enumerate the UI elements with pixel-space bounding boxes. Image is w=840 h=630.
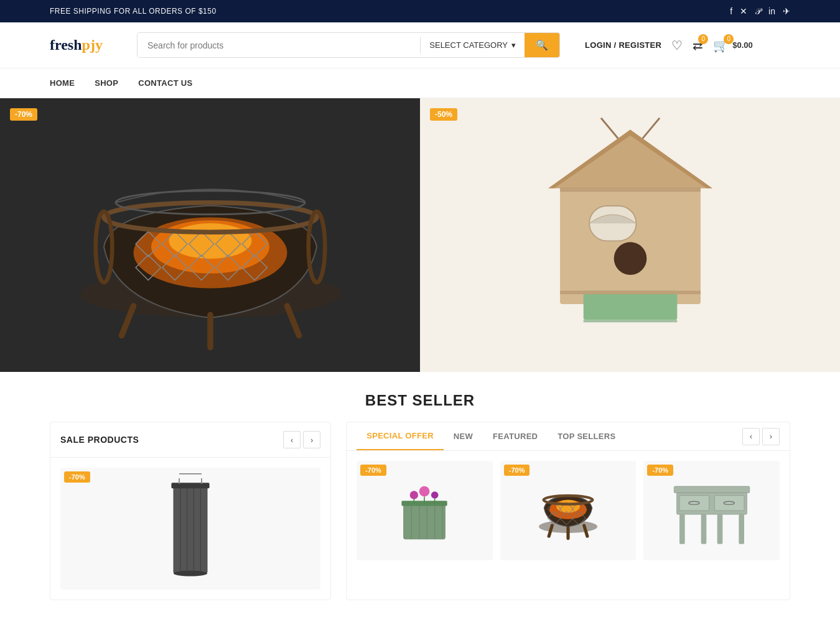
category-label: SELECT CATEGORY	[429, 40, 508, 50]
social-icons: f ✕ 𝒫 in ✈	[730, 6, 790, 17]
tab-special-offer[interactable]: SPECIAL OFFER	[357, 422, 444, 450]
best-seller-section: BEST SELLER	[0, 372, 840, 422]
heart-icon: ♡	[671, 39, 683, 52]
svg-rect-73	[679, 496, 709, 511]
nav-contact[interactable]: CONTACT US	[138, 68, 192, 98]
svg-marker-23	[548, 130, 712, 188]
sale-panel-nav: ‹ ›	[283, 431, 320, 448]
hero-right-badge: -50%	[430, 108, 457, 121]
svg-rect-29	[583, 290, 677, 320]
header-actions: LOGIN / REGISTER ♡ ⇄ 0 🛒 0 $0.00	[585, 38, 753, 53]
svg-point-51	[410, 491, 418, 499]
main-nav: HOME SHOP CONTACT US	[0, 68, 840, 98]
best-seller-title: BEST SELLER	[0, 392, 840, 409]
hero-section: -70%	[0, 98, 840, 372]
special-product-1[interactable]: -70%	[357, 461, 493, 560]
nav-home[interactable]: HOME	[50, 68, 75, 98]
special-product-3-badge: -70%	[647, 465, 673, 476]
birdhouse-image	[472, 112, 787, 358]
search-button[interactable]: 🔍	[525, 33, 559, 57]
hero-left-badge: -70%	[10, 108, 37, 121]
svg-rect-80	[739, 514, 744, 544]
svg-rect-43	[404, 503, 446, 539]
console-table-svg	[668, 470, 755, 551]
hero-right-banner[interactable]: -50%	[420, 98, 840, 372]
sale-panel: SALE PRODUCTS ‹ › -70%	[50, 422, 331, 600]
wishlist-button[interactable]: ♡	[671, 38, 683, 53]
hero-left-banner[interactable]: -70%	[0, 98, 420, 372]
sale-panel-header: SALE PRODUCTS ‹ ›	[50, 422, 330, 458]
special-product-2-badge: -70%	[504, 465, 530, 476]
x-twitter-icon[interactable]: ✕	[740, 6, 747, 16]
special-product-1-badge: -70%	[360, 465, 386, 476]
cart-icon-wrapper: 🛒 0	[713, 38, 729, 53]
special-product-3[interactable]: -70%	[643, 461, 780, 560]
svg-rect-70	[674, 486, 749, 493]
svg-rect-77	[679, 514, 685, 544]
cart-button[interactable]: 🛒 0 $0.00	[713, 38, 753, 53]
pinterest-icon[interactable]: 𝒫	[755, 6, 761, 17]
sale-product-badge: -70%	[64, 471, 90, 483]
sale-product-thumb[interactable]: -70%	[60, 468, 320, 590]
svg-point-3	[169, 223, 251, 259]
sale-panel-body: -70%	[50, 458, 330, 600]
login-register-link[interactable]: LOGIN / REGISTER	[585, 40, 661, 50]
logo: freshpjy	[50, 37, 124, 53]
category-select[interactable]: SELECT CATEGORY ▾	[421, 33, 525, 57]
birdhouse-svg	[531, 111, 730, 359]
search-input[interactable]	[138, 33, 420, 57]
logo-text: freshpjy	[50, 37, 103, 53]
compare-button[interactable]: ⇄ 0	[693, 38, 703, 53]
svg-rect-32	[174, 484, 207, 573]
top-bar: FREE SHIPPING FOR ALL ORDERS OF $150 f ✕…	[0, 0, 840, 22]
cart-price: $0.00	[732, 40, 753, 50]
svg-rect-30	[560, 290, 701, 294]
svg-rect-31	[583, 320, 677, 322]
svg-rect-78	[701, 514, 706, 544]
chevron-down-icon: ▾	[511, 40, 516, 50]
planter-svg	[393, 470, 455, 551]
special-prev-button[interactable]: ‹	[742, 428, 760, 445]
svg-point-52	[419, 486, 430, 497]
svg-point-42	[174, 571, 207, 577]
compare-badge: 0	[698, 34, 708, 44]
fire-pit-image	[32, 119, 389, 351]
special-nav: ‹ ›	[742, 428, 780, 445]
svg-rect-79	[717, 514, 722, 544]
special-panel: SPECIAL OFFER NEW FEATURED TOP SELLERS ‹…	[346, 422, 790, 600]
svg-rect-26	[560, 187, 701, 192]
sale-next-button[interactable]: ›	[303, 431, 320, 448]
cart-badge: 0	[724, 34, 734, 44]
linkedin-icon[interactable]: in	[768, 6, 775, 16]
tab-new[interactable]: NEW	[444, 423, 483, 450]
special-next-button[interactable]: ›	[762, 428, 780, 445]
facebook-icon[interactable]: f	[730, 6, 732, 16]
svg-point-53	[431, 491, 439, 499]
header: freshpjy SELECT CATEGORY ▾ 🔍 LOGIN / REG…	[0, 22, 840, 68]
svg-rect-74	[714, 496, 744, 511]
telegram-icon[interactable]: ✈	[783, 6, 790, 16]
special-tabs: SPECIAL OFFER NEW FEATURED TOP SELLERS ‹…	[347, 422, 790, 451]
svg-rect-38	[171, 483, 209, 488]
tab-featured[interactable]: FEATURED	[483, 423, 548, 450]
fire-bowl-small-svg	[531, 473, 605, 548]
shipping-text: FREE SHIPPING FOR ALL ORDERS OF $150	[50, 7, 217, 16]
svg-point-28	[614, 242, 646, 275]
tab-top-sellers[interactable]: TOP SELLERS	[548, 423, 625, 450]
sale-prev-button[interactable]: ‹	[283, 431, 301, 448]
special-product-2[interactable]: -70%	[500, 461, 637, 560]
svg-point-59	[556, 500, 580, 513]
fire-pit-svg	[61, 117, 360, 353]
tall-planter-svg	[153, 473, 228, 585]
special-panel-body: -70%	[347, 451, 790, 570]
sale-panel-title: SALE PRODUCTS	[60, 435, 139, 445]
nav-shop[interactable]: SHOP	[95, 68, 118, 98]
search-bar: SELECT CATEGORY ▾ 🔍	[137, 32, 560, 58]
search-icon: 🔍	[536, 40, 548, 50]
bottom-panels: SALE PRODUCTS ‹ › -70%	[0, 422, 840, 613]
